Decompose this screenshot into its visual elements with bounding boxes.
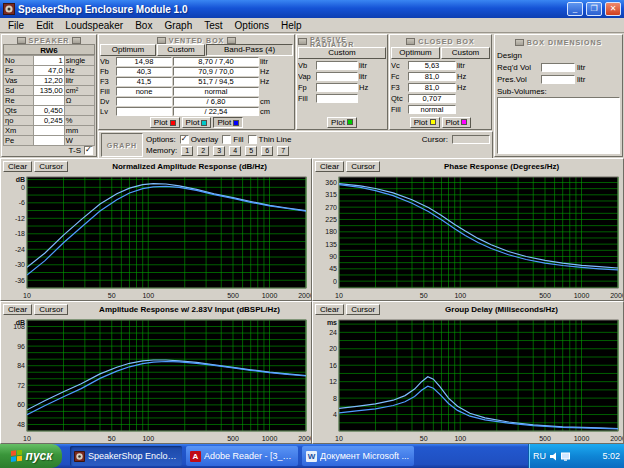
volume-icon[interactable] bbox=[549, 452, 558, 461]
param-value[interactable]: 12,20 bbox=[34, 76, 64, 86]
band-pass-button[interactable]: Band-Pass (4) bbox=[206, 44, 293, 56]
f3-field[interactable]: 41,5 bbox=[116, 77, 172, 86]
close-button[interactable]: ✕ bbox=[605, 2, 621, 16]
svg-text:-30: -30 bbox=[15, 261, 25, 268]
menu-box[interactable]: Box bbox=[129, 19, 158, 32]
dv-bandpass-field[interactable]: / 6,80 bbox=[173, 97, 259, 106]
plot-area[interactable]: 3603152702251801359045010501005001000200… bbox=[313, 173, 623, 300]
vb-bandpass-field[interactable]: 8,70 / 7,40 bbox=[173, 57, 259, 66]
plot-passive-button[interactable]: Plot bbox=[327, 117, 357, 128]
qtc-field[interactable]: 0,707 bbox=[408, 94, 456, 103]
param-value[interactable]: 47,0 bbox=[34, 66, 64, 76]
fill-option[interactable]: Fill bbox=[222, 135, 243, 144]
clear-button[interactable]: Clear bbox=[3, 304, 32, 315]
cb-custom-button[interactable]: Custom bbox=[441, 47, 490, 59]
plot-vented-1-button[interactable]: Plot bbox=[150, 117, 180, 128]
pr-fp-field[interactable] bbox=[316, 83, 358, 92]
cursor-button[interactable]: Cursor bbox=[346, 304, 380, 315]
maximize-button[interactable]: ❐ bbox=[586, 2, 602, 16]
overlay-option[interactable]: Overlay bbox=[180, 135, 219, 144]
memory-1-button[interactable]: 1 bbox=[181, 146, 193, 156]
table-row: Qts0,450 bbox=[4, 106, 95, 116]
table-row: PeW bbox=[4, 136, 95, 146]
plot-vented-3-button[interactable]: Plot bbox=[213, 117, 243, 128]
thin-line-checkbox[interactable] bbox=[248, 135, 257, 144]
menu-help[interactable]: Help bbox=[275, 19, 308, 32]
vc-field[interactable]: 5,63 bbox=[408, 61, 456, 70]
vb-field[interactable]: 14,98 bbox=[116, 57, 172, 66]
pr-custom-button[interactable]: Custom bbox=[298, 47, 386, 59]
display-icon[interactable] bbox=[561, 452, 570, 461]
menu-graph[interactable]: Graph bbox=[158, 19, 198, 32]
cb-optimum-button[interactable]: Optimum bbox=[391, 47, 440, 59]
cursor-button[interactable]: Cursor bbox=[346, 161, 380, 172]
f3-bandpass-field[interactable]: 51,7 / 94,5 bbox=[173, 77, 259, 86]
optimum-button[interactable]: Optimum bbox=[100, 44, 156, 56]
clear-button[interactable]: Clear bbox=[315, 304, 344, 315]
speaker-model[interactable]: RW6 bbox=[3, 44, 95, 55]
sub-volumes-list[interactable] bbox=[497, 97, 620, 154]
minimize-button[interactable]: _ bbox=[567, 2, 583, 16]
cursor-button[interactable]: Cursor bbox=[34, 304, 68, 315]
adobe-reader-icon: A bbox=[190, 451, 201, 462]
svg-text:360: 360 bbox=[325, 179, 337, 186]
clear-button[interactable]: Clear bbox=[3, 161, 32, 172]
taskbar-item-speakershop[interactable]: SpeakerShop Enclosu... bbox=[70, 446, 182, 466]
plot-area[interactable]: dB1089684726048105010050010002000 bbox=[1, 316, 311, 443]
fill-field[interactable]: none bbox=[116, 87, 172, 96]
pr-fill-field[interactable] bbox=[316, 94, 358, 103]
menu-file[interactable]: File bbox=[2, 19, 30, 32]
menu-edit[interactable]: Edit bbox=[30, 19, 59, 32]
param-value[interactable]: 135,00 bbox=[34, 86, 64, 96]
svg-text:225: 225 bbox=[325, 216, 337, 223]
param-value[interactable]: 1 bbox=[34, 56, 64, 66]
menu-loudspeaker[interactable]: Loudspeaker bbox=[59, 19, 129, 32]
plot-closed-2-button[interactable]: Plot bbox=[442, 117, 472, 128]
vented-box-panel: VENTED BOX Optimum Custom Band-Pass (4) … bbox=[98, 34, 295, 130]
fb-bandpass-field[interactable]: 70,9 / 70,0 bbox=[173, 67, 259, 76]
memory-7-button[interactable]: 7 bbox=[277, 146, 289, 156]
lv-field[interactable] bbox=[116, 107, 172, 116]
lv-bandpass-field[interactable]: / 22,54 bbox=[173, 107, 259, 116]
memory-5-button[interactable]: 5 bbox=[245, 146, 257, 156]
pr-vb-field[interactable] bbox=[316, 61, 358, 70]
cb-f3-field[interactable]: 81,0 bbox=[408, 83, 456, 92]
param-value[interactable] bbox=[34, 136, 64, 146]
svg-text:10: 10 bbox=[335, 292, 343, 299]
memory-3-button[interactable]: 3 bbox=[213, 146, 225, 156]
plot-area[interactable]: ms2420161284105010050010002000 bbox=[313, 316, 623, 443]
memory-2-button[interactable]: 2 bbox=[197, 146, 209, 156]
title-bar[interactable]: SpeakerShop Enclosure Module 1.0 _ ❐ ✕ bbox=[0, 0, 624, 18]
taskbar-item-word-document[interactable]: W Документ Microsoft ... bbox=[302, 446, 414, 466]
cb-fill-field[interactable]: normal bbox=[408, 105, 456, 114]
cursor-button[interactable]: Cursor bbox=[34, 161, 68, 172]
fill-bandpass-field[interactable]: normal bbox=[173, 87, 259, 96]
taskbar-item-adobe-reader[interactable]: A Adobe Reader - [3_1... bbox=[186, 446, 298, 466]
memory-4-button[interactable]: 4 bbox=[229, 146, 241, 156]
fc-field[interactable]: 81,0 bbox=[408, 72, 456, 81]
dv-field[interactable] bbox=[116, 97, 172, 106]
passive-row: Fill bbox=[298, 93, 386, 103]
memory-6-button[interactable]: 6 bbox=[261, 146, 273, 156]
param-value[interactable]: 0,245 bbox=[34, 116, 64, 126]
param-value[interactable] bbox=[34, 96, 64, 106]
menu-options[interactable]: Options bbox=[229, 19, 275, 32]
pr-vap-field[interactable] bbox=[316, 72, 358, 81]
start-button[interactable]: пуск bbox=[0, 444, 62, 468]
clear-button[interactable]: Clear bbox=[315, 161, 344, 172]
reqd-vol-field[interactable] bbox=[541, 63, 575, 72]
plot-closed-1-button[interactable]: Plot bbox=[410, 117, 440, 128]
language-indicator[interactable]: RU bbox=[533, 451, 546, 461]
plot-vented-2-button[interactable]: Plot bbox=[182, 117, 212, 128]
overlay-checkbox[interactable] bbox=[180, 135, 189, 144]
fill-checkbox[interactable] bbox=[222, 135, 231, 144]
param-value[interactable]: 0,450 bbox=[34, 106, 64, 116]
pres-vol-field[interactable] bbox=[541, 75, 575, 84]
ts-checkbox[interactable] bbox=[84, 146, 93, 155]
thin-line-option[interactable]: Thin Line bbox=[248, 135, 292, 144]
menu-test[interactable]: Test bbox=[198, 19, 228, 32]
plot-area[interactable]: dB0-6-12-18-24-30-36105010050010002000 bbox=[1, 173, 311, 300]
custom-button[interactable]: Custom bbox=[157, 44, 205, 56]
fb-field[interactable]: 40,3 bbox=[116, 67, 172, 76]
param-value[interactable] bbox=[34, 126, 64, 136]
